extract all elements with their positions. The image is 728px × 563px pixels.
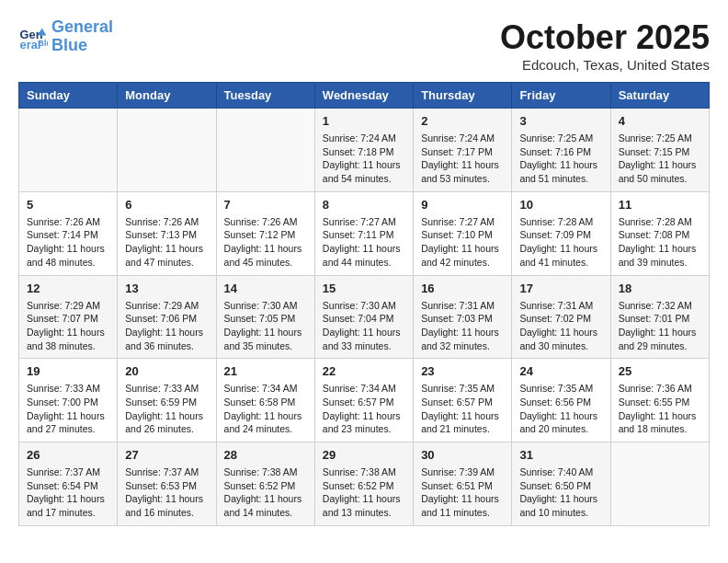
day-number: 27: [125, 448, 208, 462]
day-info: Sunrise: 7:35 AM Sunset: 6:56 PM Dayligh…: [519, 382, 602, 436]
calendar-cell: 19Sunrise: 7:33 AM Sunset: 7:00 PM Dayli…: [19, 359, 118, 442]
day-info: Sunrise: 7:40 AM Sunset: 6:50 PM Dayligh…: [519, 465, 602, 520]
day-info: Sunrise: 7:30 AM Sunset: 7:04 PM Dayligh…: [323, 299, 405, 353]
calendar-cell: 22Sunrise: 7:34 AM Sunset: 6:57 PM Dayli…: [314, 359, 413, 442]
calendar-cell: 3Sunrise: 7:25 AM Sunset: 7:16 PM Daylig…: [512, 109, 610, 192]
day-info: Sunrise: 7:33 AM Sunset: 6:59 PM Dayligh…: [125, 382, 208, 436]
calendar-cell: 12Sunrise: 7:29 AM Sunset: 7:07 PM Dayli…: [19, 275, 118, 359]
calendar-cell: 7Sunrise: 7:26 AM Sunset: 7:12 PM Daylig…: [216, 191, 314, 275]
weekday-header-friday: Friday: [512, 83, 610, 109]
calendar: SundayMondayTuesdayWednesdayThursdayFrid…: [18, 82, 710, 526]
weekday-header-saturday: Saturday: [610, 83, 709, 109]
calendar-cell: 13Sunrise: 7:29 AM Sunset: 7:06 PM Dayli…: [118, 275, 216, 359]
day-info: Sunrise: 7:37 AM Sunset: 6:54 PM Dayligh…: [27, 465, 109, 520]
calendar-cell: 4Sunrise: 7:25 AM Sunset: 7:15 PM Daylig…: [610, 109, 709, 192]
day-info: Sunrise: 7:33 AM Sunset: 7:00 PM Dayligh…: [27, 382, 109, 436]
day-info: Sunrise: 7:32 AM Sunset: 7:01 PM Dayligh…: [619, 299, 701, 353]
calendar-cell: 6Sunrise: 7:26 AM Sunset: 7:13 PM Daylig…: [118, 191, 216, 275]
day-info: Sunrise: 7:37 AM Sunset: 6:53 PM Dayligh…: [125, 465, 208, 520]
day-info: Sunrise: 7:36 AM Sunset: 6:55 PM Dayligh…: [619, 382, 701, 436]
day-number: 11: [619, 198, 701, 212]
calendar-cell: 24Sunrise: 7:35 AM Sunset: 6:56 PM Dayli…: [512, 359, 610, 442]
weekday-header-tuesday: Tuesday: [216, 83, 314, 109]
calendar-cell: 17Sunrise: 7:31 AM Sunset: 7:02 PM Dayli…: [512, 275, 610, 359]
calendar-cell: 5Sunrise: 7:26 AM Sunset: 7:14 PM Daylig…: [19, 191, 118, 275]
day-number: 9: [421, 198, 504, 212]
calendar-cell: 14Sunrise: 7:30 AM Sunset: 7:05 PM Dayli…: [216, 275, 314, 359]
weekday-header-row: SundayMondayTuesdayWednesdayThursdayFrid…: [19, 83, 710, 109]
calendar-cell: 10Sunrise: 7:28 AM Sunset: 7:09 PM Dayli…: [512, 191, 610, 275]
day-number: 20: [125, 364, 208, 378]
week-row-3: 12Sunrise: 7:29 AM Sunset: 7:07 PM Dayli…: [19, 275, 710, 359]
day-number: 14: [224, 282, 307, 295]
day-number: 16: [421, 282, 504, 295]
weekday-header-thursday: Thursday: [414, 83, 512, 109]
day-number: 10: [519, 198, 602, 212]
calendar-cell: 31Sunrise: 7:40 AM Sunset: 6:50 PM Dayli…: [512, 442, 610, 526]
calendar-cell: 27Sunrise: 7:37 AM Sunset: 6:53 PM Dayli…: [118, 442, 216, 526]
calendar-cell: [610, 442, 709, 526]
day-info: Sunrise: 7:29 AM Sunset: 7:07 PM Dayligh…: [27, 299, 109, 353]
day-info: Sunrise: 7:27 AM Sunset: 7:10 PM Dayligh…: [421, 215, 504, 270]
day-number: 12: [27, 282, 109, 295]
day-info: Sunrise: 7:29 AM Sunset: 7:06 PM Dayligh…: [125, 299, 208, 353]
day-info: Sunrise: 7:28 AM Sunset: 7:09 PM Dayligh…: [519, 215, 602, 270]
week-row-2: 5Sunrise: 7:26 AM Sunset: 7:14 PM Daylig…: [19, 191, 710, 275]
day-number: 29: [323, 448, 405, 462]
weekday-header-sunday: Sunday: [19, 83, 118, 109]
day-number: 3: [519, 114, 602, 128]
day-info: Sunrise: 7:24 AM Sunset: 7:17 PM Dayligh…: [421, 132, 504, 186]
calendar-cell: 20Sunrise: 7:33 AM Sunset: 6:59 PM Dayli…: [118, 359, 216, 442]
day-number: 22: [323, 364, 405, 378]
week-row-4: 19Sunrise: 7:33 AM Sunset: 7:00 PM Dayli…: [19, 359, 710, 442]
day-info: Sunrise: 7:34 AM Sunset: 6:57 PM Dayligh…: [323, 382, 405, 436]
day-info: Sunrise: 7:25 AM Sunset: 7:15 PM Dayligh…: [619, 132, 701, 186]
day-number: 25: [619, 364, 701, 378]
day-number: 31: [519, 448, 602, 462]
logo: Gen eral Blue GeneralBlue: [18, 18, 113, 55]
day-number: 13: [125, 282, 208, 295]
calendar-cell: [118, 109, 216, 192]
day-info: Sunrise: 7:35 AM Sunset: 6:57 PM Dayligh…: [421, 382, 504, 436]
day-number: 17: [519, 282, 602, 295]
day-number: 8: [323, 198, 405, 212]
calendar-cell: [19, 109, 118, 192]
calendar-cell: 28Sunrise: 7:38 AM Sunset: 6:52 PM Dayli…: [216, 442, 314, 526]
day-number: 7: [224, 198, 307, 212]
calendar-cell: 26Sunrise: 7:37 AM Sunset: 6:54 PM Dayli…: [19, 442, 118, 526]
calendar-cell: 23Sunrise: 7:35 AM Sunset: 6:57 PM Dayli…: [414, 359, 512, 442]
weekday-header-wednesday: Wednesday: [314, 83, 413, 109]
day-info: Sunrise: 7:26 AM Sunset: 7:14 PM Dayligh…: [27, 215, 109, 270]
day-number: 18: [619, 282, 701, 295]
calendar-cell: 21Sunrise: 7:34 AM Sunset: 6:58 PM Dayli…: [216, 359, 314, 442]
title-block: October 2025 Edcouch, Texas, United Stat…: [500, 18, 710, 73]
day-info: Sunrise: 7:34 AM Sunset: 6:58 PM Dayligh…: [224, 382, 307, 436]
page-header: Gen eral Blue GeneralBlue October 2025 E…: [18, 18, 710, 73]
logo-text: GeneralBlue: [51, 18, 113, 55]
day-number: 23: [421, 364, 504, 378]
calendar-cell: [216, 109, 314, 192]
day-number: 26: [27, 448, 109, 462]
location: Edcouch, Texas, United States: [500, 57, 710, 73]
calendar-cell: 1Sunrise: 7:24 AM Sunset: 7:18 PM Daylig…: [314, 109, 413, 192]
day-number: 21: [224, 364, 307, 378]
month-title: October 2025: [500, 18, 710, 57]
svg-text:Blue: Blue: [39, 38, 48, 47]
calendar-cell: 16Sunrise: 7:31 AM Sunset: 7:03 PM Dayli…: [414, 275, 512, 359]
day-info: Sunrise: 7:30 AM Sunset: 7:05 PM Dayligh…: [224, 299, 307, 353]
calendar-cell: 2Sunrise: 7:24 AM Sunset: 7:17 PM Daylig…: [414, 109, 512, 192]
day-number: 1: [323, 114, 405, 128]
weekday-header-monday: Monday: [118, 83, 216, 109]
day-number: 15: [323, 282, 405, 295]
day-info: Sunrise: 7:26 AM Sunset: 7:13 PM Dayligh…: [125, 215, 208, 270]
day-info: Sunrise: 7:38 AM Sunset: 6:52 PM Dayligh…: [323, 465, 405, 520]
calendar-cell: 25Sunrise: 7:36 AM Sunset: 6:55 PM Dayli…: [610, 359, 709, 442]
day-info: Sunrise: 7:38 AM Sunset: 6:52 PM Dayligh…: [224, 465, 307, 520]
day-info: Sunrise: 7:25 AM Sunset: 7:16 PM Dayligh…: [519, 132, 602, 186]
day-number: 19: [27, 364, 109, 378]
calendar-cell: 29Sunrise: 7:38 AM Sunset: 6:52 PM Dayli…: [314, 442, 413, 526]
day-number: 4: [619, 114, 701, 128]
logo-icon: Gen eral Blue: [18, 22, 48, 52]
day-number: 24: [519, 364, 602, 378]
day-info: Sunrise: 7:31 AM Sunset: 7:02 PM Dayligh…: [519, 299, 602, 353]
